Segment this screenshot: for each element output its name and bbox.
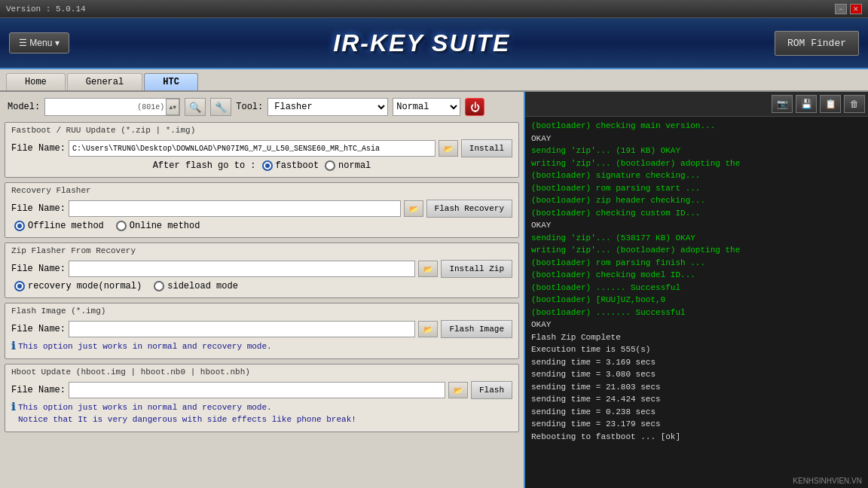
radio-fastboot[interactable]: fastboot bbox=[262, 160, 319, 171]
log-line: (bootloader) rom parsing finish ... bbox=[531, 257, 862, 270]
title-bar-controls: − ✕ bbox=[835, 4, 862, 14]
zip-browse-button[interactable]: 📂 bbox=[418, 261, 438, 277]
radio-sideload[interactable]: sideload mode bbox=[154, 281, 238, 291]
model-search-button[interactable]: 🔍 bbox=[185, 98, 206, 116]
model-label: Model: bbox=[8, 102, 40, 112]
log-line: OKAY bbox=[531, 319, 862, 331]
zip-section: Zip Flasher From Recovery File Name: 📂 I… bbox=[5, 242, 519, 298]
flash-image-browse-button[interactable]: 📂 bbox=[418, 321, 438, 337]
log-line: (bootloader) zip header checking... bbox=[531, 194, 862, 207]
log-copy-button[interactable]: 📋 bbox=[820, 95, 841, 113]
zip-file-row: File Name: 📂 Install Zip bbox=[11, 260, 512, 278]
log-line: sending time = 0.238 secs bbox=[531, 406, 862, 419]
flash-image-info-text: This option just works in normal and rec… bbox=[18, 341, 272, 352]
model-code: (801e) bbox=[136, 103, 166, 111]
model-spinner[interactable]: ▲▼ bbox=[166, 99, 179, 115]
recovery-radio-row: Offline method Online method bbox=[14, 221, 512, 231]
log-save-button[interactable]: 💾 bbox=[796, 95, 817, 113]
flash-image-file-row: File Name: 📂 Flash Image bbox=[11, 320, 512, 338]
log-line: (bootloader) checking main version... bbox=[531, 120, 862, 133]
flash-image-info: ℹ This option just works in normal and r… bbox=[11, 341, 512, 352]
log-line: Flash Zip Complete bbox=[531, 331, 862, 344]
recovery-file-label: File Name: bbox=[11, 203, 66, 214]
menu-button[interactable]: ☰ Menu ▾ bbox=[9, 32, 69, 53]
fastboot-section: Fastboot / RUU Update (*.zip | *.img) Fi… bbox=[5, 122, 519, 178]
recovery-browse-button[interactable]: 📂 bbox=[404, 200, 423, 217]
radio-sideload-label: sideload mode bbox=[167, 281, 238, 291]
normal-select[interactable]: Normal Fast Slow bbox=[393, 98, 460, 116]
install-zip-button[interactable]: Install Zip bbox=[441, 260, 512, 278]
hboot-file-row: File Name: 📂 Flash bbox=[11, 381, 512, 399]
log-line: sending time = 21.803 secs bbox=[531, 381, 862, 394]
watermark: KENHSINHVIEN.VN bbox=[793, 477, 862, 485]
save-icon: 💾 bbox=[801, 99, 812, 109]
after-flash-row: After flash go to : fastboot normal bbox=[11, 160, 512, 171]
folder-icon-4: 📂 bbox=[423, 325, 432, 334]
tabs: Home General HTC bbox=[0, 69, 868, 92]
radio-offline[interactable]: Offline method bbox=[14, 221, 104, 231]
radio-sideload-circle bbox=[154, 281, 164, 291]
fastboot-browse-button[interactable]: 📂 bbox=[439, 140, 458, 157]
flash-image-file-input[interactable] bbox=[69, 321, 415, 337]
log-line: sending 'zip'... (191 KB) OKAY bbox=[531, 145, 862, 157]
hboot-info-text-2: Notice that It is very dangerous with si… bbox=[18, 414, 356, 425]
left-panel: Model: (801e) ▲▼ 🔍 🔧 Tool: Flasher Recov… bbox=[0, 92, 524, 488]
zip-radio-row: recovery mode(normal) sideload mode bbox=[14, 281, 512, 291]
zip-section-title: Zip Flasher From Recovery bbox=[11, 246, 512, 255]
hboot-flash-button[interactable]: Flash bbox=[471, 381, 512, 399]
log-line: writing 'zip'... (bootloader) adopting t… bbox=[531, 157, 862, 170]
tab-htc[interactable]: HTC bbox=[144, 73, 198, 90]
log-line: Execution time is 555(s) bbox=[531, 343, 862, 356]
radio-recovery-mode[interactable]: recovery mode(normal) bbox=[14, 281, 142, 291]
camera-icon: 📷 bbox=[777, 99, 788, 109]
zip-file-input[interactable] bbox=[69, 261, 415, 277]
power-button[interactable]: ⏻ bbox=[465, 98, 484, 116]
tool-select[interactable]: Flasher Recovery ADB bbox=[267, 98, 388, 116]
title-bar: Version : 5.0.14 − ✕ bbox=[0, 0, 868, 18]
fastboot-install-button[interactable]: Install bbox=[461, 139, 512, 157]
recovery-section: Recovery Flasher File Name: 📂 Flash Reco… bbox=[5, 182, 519, 238]
minimize-button[interactable]: − bbox=[835, 4, 847, 14]
radio-normal[interactable]: normal bbox=[325, 160, 371, 171]
flash-image-section-title: Flash Image (*.img) bbox=[11, 307, 512, 316]
hboot-file-label: File Name: bbox=[11, 385, 66, 395]
flash-recovery-button[interactable]: Flash Recovery bbox=[426, 200, 512, 218]
wrench-button[interactable]: 🔧 bbox=[210, 98, 231, 116]
rom-finder-button[interactable]: ROM Finder bbox=[775, 31, 859, 56]
radio-normal-label: normal bbox=[338, 160, 371, 171]
model-input[interactable] bbox=[45, 99, 136, 114]
log-line: sending time = 3.080 secs bbox=[531, 368, 862, 381]
radio-online[interactable]: Online method bbox=[116, 221, 200, 231]
tab-home[interactable]: Home bbox=[6, 73, 66, 90]
flash-image-button[interactable]: Flash Image bbox=[441, 320, 512, 338]
hboot-section: Hboot Update (hboot.img | hboot.nb0 | hb… bbox=[5, 364, 519, 432]
title-bar-text: Version : 5.0.14 bbox=[6, 5, 86, 14]
log-line: writing 'zip'... (bootloader) adopting t… bbox=[531, 244, 862, 257]
log-line: (bootloader) ...... Successful bbox=[531, 282, 862, 294]
log-line: OKAY bbox=[531, 133, 862, 145]
radio-recovery-mode-label: recovery mode(normal) bbox=[28, 281, 142, 291]
log-line: sending time = 23.179 secs bbox=[531, 418, 862, 431]
model-row: Model: (801e) ▲▼ 🔍 🔧 Tool: Flasher Recov… bbox=[5, 96, 519, 117]
log-line: (bootloader) checking custom ID... bbox=[531, 207, 862, 220]
right-panel: 📷 💾 📋 🗑 (bootloader) checking main versi… bbox=[524, 92, 868, 488]
hboot-browse-button[interactable]: 📂 bbox=[448, 382, 468, 398]
hboot-info-text: This option just works in normal and rec… bbox=[18, 402, 356, 425]
main-content: Model: (801e) ▲▼ 🔍 🔧 Tool: Flasher Recov… bbox=[0, 92, 868, 488]
info-icon-2: ℹ bbox=[11, 402, 15, 413]
recovery-file-input[interactable] bbox=[69, 200, 401, 217]
hboot-info-text-1: This option just works in normal and rec… bbox=[18, 402, 356, 413]
radio-recovery-mode-circle bbox=[14, 281, 25, 291]
radio-fastboot-circle bbox=[262, 160, 273, 171]
hboot-file-input[interactable] bbox=[69, 382, 445, 398]
hboot-info: ℹ This option just works in normal and r… bbox=[11, 402, 512, 425]
search-icon: 🔍 bbox=[189, 102, 201, 113]
fastboot-file-input[interactable] bbox=[69, 140, 436, 157]
close-button[interactable]: ✕ bbox=[850, 4, 862, 14]
radio-offline-circle bbox=[14, 221, 25, 231]
tab-general[interactable]: General bbox=[67, 73, 142, 90]
recovery-section-title: Recovery Flasher bbox=[11, 186, 512, 195]
log-clear-button[interactable]: 🗑 bbox=[844, 95, 865, 113]
log-camera-button[interactable]: 📷 bbox=[772, 95, 793, 113]
radio-normal-circle bbox=[325, 160, 335, 171]
